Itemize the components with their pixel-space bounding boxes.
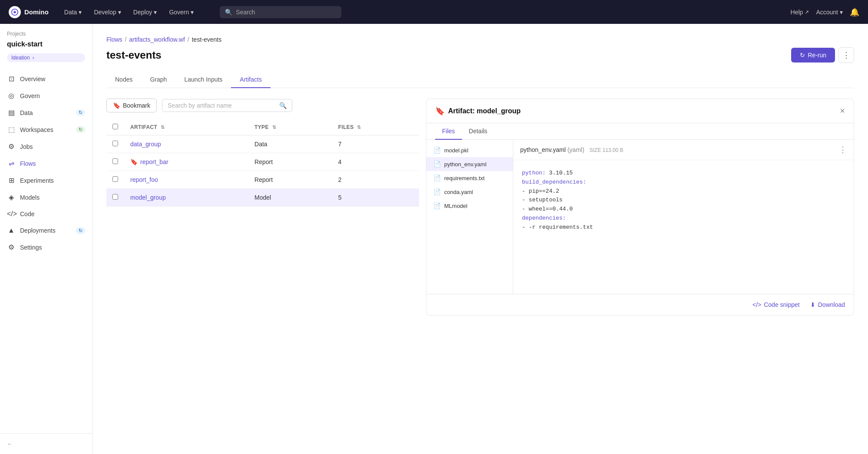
th-files: FILES ⇅ bbox=[332, 119, 419, 135]
panel-tab-files[interactable]: Files bbox=[435, 123, 462, 140]
topnav: Domino Data ▾ Develop ▾ Deploy ▾ Govern … bbox=[0, 0, 868, 24]
row4-checkbox-cell bbox=[106, 189, 124, 207]
code-snippet-button[interactable]: </> Code snippet bbox=[752, 301, 800, 308]
overview-icon: ⊡ bbox=[7, 75, 16, 83]
code-content: python: 3.10.15 build_dependencies: - pi… bbox=[513, 160, 854, 294]
row1-artifact: data_group bbox=[124, 135, 248, 153]
logo[interactable]: Domino bbox=[9, 6, 49, 18]
account-button[interactable]: Account ▾ bbox=[816, 9, 843, 16]
stage-label: Ideation bbox=[11, 55, 30, 61]
tab-graph[interactable]: Graph bbox=[141, 72, 175, 88]
breadcrumb-workflow[interactable]: artifacts_workflow.wf bbox=[129, 36, 185, 43]
panel-tab-details[interactable]: Details bbox=[462, 123, 495, 140]
sidebar-item-experiments[interactable]: ⊞ Experiments bbox=[0, 172, 92, 188]
sidebar-item-workspaces[interactable]: ⬚ Workspaces ↻ bbox=[0, 122, 92, 138]
code-line-2: build_dependencies: bbox=[522, 178, 845, 187]
sidebar-item-label: Workspaces bbox=[20, 126, 53, 133]
artifact-search-wrap: 🔍 bbox=[162, 99, 292, 112]
help-button[interactable]: Help ↗ bbox=[791, 9, 809, 16]
sidebar-item-code[interactable]: </> Code bbox=[0, 206, 92, 222]
search-icon: 🔍 bbox=[279, 102, 287, 109]
sort-files-icon[interactable]: ⇅ bbox=[357, 125, 361, 130]
download-button[interactable]: ⬇ Download bbox=[810, 301, 845, 308]
search-bar[interactable]: 🔍 Search bbox=[220, 6, 341, 18]
rerun-button[interactable]: ↻ Re-run bbox=[791, 48, 835, 63]
row4-checkbox[interactable] bbox=[112, 194, 118, 200]
menu-data[interactable]: Data ▾ bbox=[59, 6, 87, 18]
bookmark-button[interactable]: 🔖 Bookmark bbox=[106, 99, 157, 112]
govern-icon: ◎ bbox=[7, 92, 16, 100]
artifact-link-report-foo[interactable]: report_foo bbox=[130, 176, 158, 183]
menu-deploy[interactable]: Deploy ▾ bbox=[128, 6, 162, 18]
sidebar-bottom: ← bbox=[0, 433, 92, 454]
sidebar-item-overview[interactable]: ⊡ Overview bbox=[0, 71, 92, 87]
sidebar-item-data[interactable]: ▤ Data ↻ bbox=[0, 105, 92, 121]
tab-launch-inputs[interactable]: Launch Inputs bbox=[175, 72, 231, 88]
code-line-4: - setuptools bbox=[522, 196, 845, 205]
external-link-icon: ↗ bbox=[805, 9, 809, 15]
sidebar-item-label: Flows bbox=[20, 160, 36, 167]
sidebar-item-label: Code bbox=[20, 211, 34, 217]
sidebar-collapse-button[interactable]: ← bbox=[7, 441, 85, 447]
th-artifact: ARTIFACT ⇅ bbox=[124, 119, 248, 135]
sidebar-item-deployments[interactable]: ▲ Deployments ↻ bbox=[0, 223, 92, 238]
workspaces-badge: ↻ bbox=[76, 126, 85, 133]
th-select-all bbox=[106, 119, 124, 135]
sort-artifact-icon[interactable]: ⇅ bbox=[161, 125, 165, 130]
panel-content: 📄 model.pkl 📄 python_env.yaml 📄 requirem… bbox=[426, 140, 854, 294]
workspaces-icon: ⬚ bbox=[7, 125, 16, 134]
row1-checkbox-cell bbox=[106, 135, 124, 153]
file-list: 📄 model.pkl 📄 python_env.yaml 📄 requirem… bbox=[426, 140, 513, 294]
file-item-model-pkl[interactable]: 📄 model.pkl bbox=[426, 143, 513, 157]
row2-checkbox[interactable] bbox=[112, 158, 118, 164]
artifact-link-data-group[interactable]: data_group bbox=[130, 141, 161, 148]
download-icon: ⬇ bbox=[810, 301, 815, 308]
table-row-selected: model_group Model 5 bbox=[106, 189, 419, 207]
sidebar-nav: ⊡ Overview ◎ Govern ▤ Data ↻ ⬚ Workspace… bbox=[0, 67, 92, 259]
sidebar-item-govern[interactable]: ◎ Govern bbox=[0, 88, 92, 104]
sidebar-stage-badge[interactable]: Ideation › bbox=[7, 53, 85, 62]
sidebar-projects-label: Projects bbox=[0, 24, 92, 39]
sidebar-item-label: Experiments bbox=[20, 177, 54, 184]
sort-type-icon[interactable]: ⇅ bbox=[272, 125, 276, 130]
row4-artifact: model_group bbox=[124, 189, 248, 207]
file-icon: 📄 bbox=[433, 174, 441, 181]
row3-checkbox[interactable] bbox=[112, 176, 118, 182]
artifact-link-model-group[interactable]: model_group bbox=[130, 194, 166, 201]
sidebar-item-settings[interactable]: ⚙ Settings bbox=[0, 239, 92, 255]
sidebar-item-models[interactable]: ◈ Models bbox=[0, 189, 92, 205]
breadcrumb-sep1: / bbox=[125, 36, 127, 43]
sidebar-item-label: Settings bbox=[20, 244, 42, 251]
menu-govern[interactable]: Govern ▾ bbox=[164, 6, 199, 18]
file-item-conda[interactable]: 📄 conda.yaml bbox=[426, 185, 513, 199]
code-line-3: - pip==24.2 bbox=[522, 187, 845, 196]
file-item-mlmodel[interactable]: 📄 MLmodel bbox=[426, 199, 513, 213]
search-icon: 🔍 bbox=[225, 9, 232, 16]
notifications-bell[interactable]: 🔔 bbox=[850, 7, 859, 17]
row1-checkbox[interactable] bbox=[112, 141, 118, 146]
main-tabs: Nodes Graph Launch Inputs Artifacts bbox=[106, 72, 854, 88]
sidebar-item-flows[interactable]: ⇌ Flows bbox=[0, 155, 92, 171]
menu-develop[interactable]: Develop ▾ bbox=[89, 6, 126, 18]
artifact-search-input[interactable] bbox=[168, 102, 276, 109]
row4-type: Model bbox=[248, 189, 332, 207]
breadcrumb-flows[interactable]: Flows bbox=[106, 36, 122, 43]
code-line-5: - wheel==0.44.0 bbox=[522, 205, 845, 214]
code-line-7: - -r requirements.txt bbox=[522, 223, 845, 232]
tab-artifacts[interactable]: Artifacts bbox=[231, 72, 271, 88]
file-item-python-env[interactable]: 📄 python_env.yaml bbox=[426, 157, 513, 171]
panel-close-button[interactable]: × bbox=[840, 106, 845, 116]
select-all-checkbox[interactable] bbox=[112, 124, 118, 129]
row3-type: Report bbox=[248, 171, 332, 189]
experiments-icon: ⊞ bbox=[7, 176, 16, 184]
file-item-requirements[interactable]: 📄 requirements.txt bbox=[426, 171, 513, 185]
sidebar-item-label: Deployments bbox=[20, 227, 56, 234]
artifact-link-report-bar[interactable]: 🔖 report_bar bbox=[130, 158, 242, 165]
chevron-down-icon: ▾ bbox=[840, 9, 843, 16]
more-options-button[interactable]: ⋮ bbox=[838, 47, 854, 63]
jobs-icon: ⚙ bbox=[7, 142, 16, 151]
panel-tabs: Files Details bbox=[426, 123, 854, 140]
tab-nodes[interactable]: Nodes bbox=[106, 72, 141, 88]
file-more-button[interactable]: ⋮ bbox=[839, 145, 847, 155]
sidebar-item-jobs[interactable]: ⚙ Jobs bbox=[0, 138, 92, 155]
